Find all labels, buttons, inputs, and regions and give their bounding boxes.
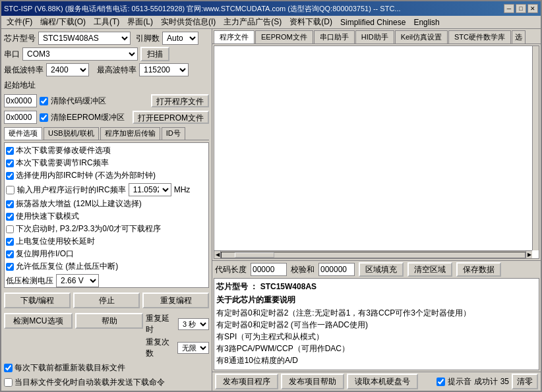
check-mcu-button[interactable]: 检测MCU选项 <box>4 313 73 329</box>
info-line-3: 有3路PCA/PWM/CCP（可用作DAC） <box>216 343 537 354</box>
publish-help-button[interactable]: 发布项目帮助 <box>281 374 344 389</box>
auto-send-checkbox[interactable] <box>4 378 13 387</box>
save-data-button[interactable]: 保存数据 <box>456 262 501 277</box>
hw-options-list: 本次下载需要修改硬件选项 本次下载需要调节IRC频率 选择使用内部IRC时钟 (… <box>4 142 209 288</box>
menu-ui[interactable]: 界面(L) <box>123 15 157 29</box>
read-chip-button[interactable]: 读取本机硬盘号 <box>347 374 418 389</box>
auto-reload-label: 每次下载前都重新装载目标文件 <box>15 362 125 374</box>
hw-option-7: 上电复位使用较长延时 <box>6 235 207 248</box>
hw-option-5-checkbox[interactable] <box>6 213 14 221</box>
success-count-value: 35 <box>500 377 509 386</box>
hw-option-5-label: 使用快速下载模式 <box>16 211 79 222</box>
scroll-right-btn[interactable]: ▶ <box>526 251 532 259</box>
hw-option-2-checkbox[interactable] <box>6 172 14 180</box>
repeat-delay-label: 重复延时 <box>146 313 175 335</box>
menu-realtime[interactable]: 实时供货信息(I) <box>157 15 220 29</box>
freq-select[interactable]: 11.0592 <box>129 183 171 196</box>
clear-eeprom-checkbox[interactable] <box>40 113 48 122</box>
reprogram-button[interactable]: 重复编程 <box>142 293 209 308</box>
tab-serial-helper[interactable]: 串口助手 <box>314 30 355 43</box>
bottom-action-row: 发布项目程序 发布项目帮助 读取本机硬盘号 提示音 成功计 35 清零 <box>212 372 541 391</box>
port-select[interactable]: COM3 <box>22 47 138 61</box>
menu-program[interactable]: 编程/下载(O) <box>36 15 90 29</box>
left-panel: 芯片型号 STC15W408AS 引脚数 Auto 串口 COM3 扫描 最低波 <box>1 29 212 391</box>
hw-option-0-checkbox[interactable] <box>6 147 14 155</box>
right-panel: 程序文件 EEPROM文件 串口助手 HID助手 Keil仿真设置 STC硬件数… <box>212 29 541 391</box>
clear-eeprom-label: 清除EEPROM缓冲区 <box>51 112 125 123</box>
hw-option-3-checkbox[interactable] <box>6 186 15 194</box>
hw-tab-encrypt[interactable]: 程序加密后传输 <box>100 127 160 140</box>
open-prog-button[interactable]: 打开程序文件 <box>151 94 209 107</box>
chip-select[interactable]: STC15W408AS <box>38 32 131 45</box>
repeat-delay-row: 重复延时 3 秒 <box>146 313 209 335</box>
download-button[interactable]: 下载/编程 <box>4 293 71 308</box>
repeat-count-select[interactable]: 无限 <box>177 342 209 354</box>
chip-type-display: 芯片型号 ： STC15W408AS <box>216 281 537 293</box>
scrollbar-track[interactable] <box>221 252 526 258</box>
repeat-delay-select[interactable]: 3 秒 <box>178 318 209 330</box>
checksum-input[interactable]: 000000 <box>318 263 355 276</box>
hw-tab-id[interactable]: ID号 <box>162 127 185 140</box>
repeat-section: 重复延时 3 秒 重复次数 无限 <box>146 313 209 359</box>
vertical-scrollbar[interactable] <box>532 46 539 250</box>
close-button[interactable]: ✕ <box>527 4 538 13</box>
window-controls: ─ □ ✕ <box>504 4 538 13</box>
action-buttons: 下载/编程 停止 重复编程 <box>4 293 209 308</box>
scan-button[interactable]: 扫描 <box>140 47 169 61</box>
maximize-button[interactable]: □ <box>516 4 526 13</box>
hw-option-6-checkbox[interactable] <box>6 225 14 233</box>
info-title: 关于此芯片的重要说明 <box>216 294 537 306</box>
clear-code-checkbox[interactable] <box>40 97 48 105</box>
tab-hid-helper[interactable]: HID助手 <box>355 30 394 43</box>
menu-file[interactable]: 文件(F) <box>3 15 36 29</box>
minimize-button[interactable]: ─ <box>504 4 514 13</box>
addr2-input[interactable] <box>4 111 37 124</box>
help-button[interactable]: 帮助 <box>75 313 144 329</box>
hw-option-8-checkbox[interactable] <box>6 250 14 258</box>
auto-reload-checkbox[interactable] <box>4 364 13 372</box>
tab-stc-math[interactable]: STC硬件数学库 <box>448 30 511 43</box>
code-length-input[interactable]: 00000 <box>251 263 287 276</box>
hw-tab-usb[interactable]: USB脱机/联机 <box>44 127 99 140</box>
tab-more[interactable]: 选 <box>512 30 526 43</box>
code-bottom-bar: 代码长度 00000 校验和 000000 区域填充 清空区域 保存数据 <box>212 260 541 278</box>
high-baud-select[interactable]: 115200 <box>139 63 189 76</box>
menu-product[interactable]: 主力产品广告(S) <box>220 15 286 29</box>
hw-option-1-label: 本次下载需要调节IRC频率 <box>16 157 109 169</box>
hw-option-4: 振荡器放大增益 (12M以上建议选择) <box>6 198 207 210</box>
menu-download[interactable]: 资料下载(D) <box>286 15 336 29</box>
hw-option-3: 输入用户程序运行时的IRC频率 11.0592 MHz <box>6 182 207 198</box>
info-line-0: 有定时器0和定时器2（注意:无定时器1，有3路CCP可作3个定时器使用） <box>216 307 537 319</box>
hint-sound-checkbox[interactable] <box>437 378 445 386</box>
irc-label: 引脚数 <box>136 33 160 44</box>
clear-area-button[interactable]: 清空区域 <box>407 262 452 277</box>
menu-english[interactable]: English <box>409 16 443 28</box>
stop-button[interactable]: 停止 <box>73 293 140 308</box>
clear-count-button[interactable]: 清零 <box>512 374 538 389</box>
tab-keil-sim[interactable]: Keil仿真设置 <box>395 30 448 43</box>
hw-option-0: 本次下载需要修改硬件选项 <box>6 144 207 157</box>
fill-button[interactable]: 区域填充 <box>359 262 404 277</box>
low-baud-select[interactable]: 2400 <box>46 63 89 76</box>
addr2-row: 清除EEPROM缓冲区 打开EEPROM文件 <box>4 111 209 124</box>
scroll-left-btn[interactable]: ◀ <box>214 251 221 259</box>
hw-option-9: 允许低压复位 (禁止低压中断) <box>6 260 207 273</box>
hw-option-1-checkbox[interactable] <box>6 159 14 167</box>
chip-info-area: 芯片型号 ： STC15W408AS 关于此芯片的重要说明 有定时器0和定时器2… <box>214 278 539 370</box>
open-eeprom-button[interactable]: 打开EEPROM文件 <box>133 111 209 124</box>
port-label: 串口 <box>4 49 20 60</box>
publish-prog-button[interactable]: 发布项目程序 <box>215 374 278 389</box>
tab-program-file[interactable]: 程序文件 <box>214 30 255 43</box>
addr1-input[interactable]: 0x0000 <box>4 94 37 107</box>
scrollbar-thumb[interactable] <box>235 252 274 258</box>
hw-option-7-checkbox[interactable] <box>6 238 14 246</box>
hw-option-9-checkbox[interactable] <box>6 263 14 271</box>
horizontal-scrollbar: ◀ ▶ <box>214 250 532 258</box>
voltage-select[interactable]: 2.66 V <box>56 274 99 287</box>
hw-option-4-checkbox[interactable] <box>6 200 14 208</box>
irc-select[interactable]: Auto <box>162 32 198 45</box>
menu-tools[interactable]: 工具(T) <box>90 15 123 29</box>
menu-simplified-chinese[interactable]: Simplified Chinese <box>336 16 409 28</box>
hw-tab-options[interactable]: 硬件选项 <box>4 127 42 140</box>
tab-eeprom-file[interactable]: EEPROM文件 <box>255 30 313 43</box>
